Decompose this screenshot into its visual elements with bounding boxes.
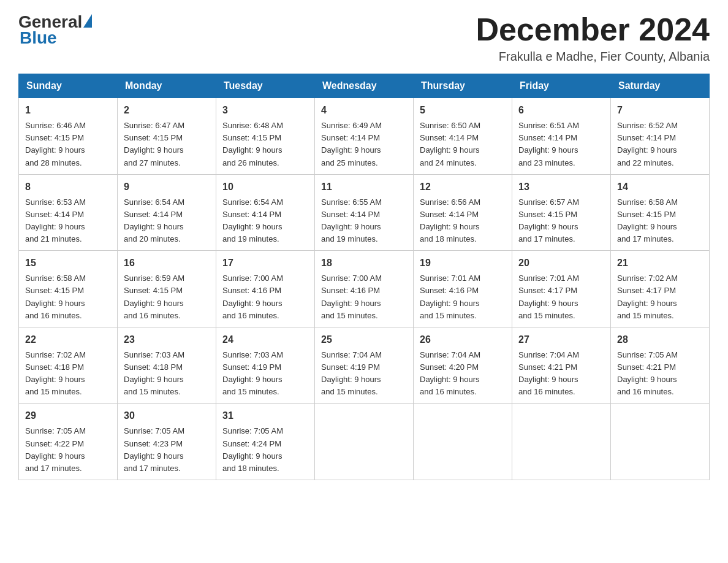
calendar-table: Sunday Monday Tuesday Wednesday Thursday…: [18, 74, 710, 480]
calendar-day-cell: 29 Sunrise: 7:05 AMSunset: 4:22 PMDaylig…: [19, 404, 118, 480]
day-info: Sunrise: 7:05 AMSunset: 4:23 PMDaylight:…: [124, 426, 184, 472]
day-info: Sunrise: 6:50 AMSunset: 4:14 PMDaylight:…: [420, 121, 480, 167]
calendar-day-cell: 7 Sunrise: 6:52 AMSunset: 4:14 PMDayligh…: [611, 98, 710, 175]
day-number: 14: [617, 180, 703, 194]
day-info: Sunrise: 7:05 AMSunset: 4:22 PMDaylight:…: [25, 426, 86, 472]
calendar-week-2: 8 Sunrise: 6:53 AMSunset: 4:14 PMDayligh…: [19, 174, 710, 251]
day-info: Sunrise: 6:54 AMSunset: 4:14 PMDaylight:…: [222, 197, 283, 243]
calendar-day-cell: 1 Sunrise: 6:46 AMSunset: 4:15 PMDayligh…: [19, 98, 118, 175]
col-sunday: Sunday: [19, 74, 118, 98]
col-wednesday: Wednesday: [315, 74, 414, 98]
day-number: 27: [518, 332, 604, 347]
day-info: Sunrise: 6:57 AMSunset: 4:15 PMDaylight:…: [518, 197, 579, 243]
calendar-day-cell: 20 Sunrise: 7:01 AMSunset: 4:17 PMDaylig…: [512, 251, 611, 327]
calendar-week-1: 1 Sunrise: 6:46 AMSunset: 4:15 PMDayligh…: [19, 98, 710, 175]
day-info: Sunrise: 7:00 AMSunset: 4:16 PMDaylight:…: [321, 274, 382, 320]
day-number: 17: [222, 256, 308, 270]
day-info: Sunrise: 6:51 AMSunset: 4:14 PMDaylight:…: [518, 121, 579, 167]
day-info: Sunrise: 6:54 AMSunset: 4:14 PMDaylight:…: [124, 197, 184, 243]
calendar-week-5: 29 Sunrise: 7:05 AMSunset: 4:22 PMDaylig…: [19, 404, 710, 480]
day-info: Sunrise: 7:05 AMSunset: 4:24 PMDaylight:…: [222, 426, 283, 472]
day-number: 29: [25, 408, 111, 423]
calendar-day-cell: 4 Sunrise: 6:49 AMSunset: 4:14 PMDayligh…: [315, 98, 414, 175]
calendar-day-cell: 3 Sunrise: 6:48 AMSunset: 4:15 PMDayligh…: [216, 98, 315, 175]
calendar-day-cell: 12 Sunrise: 6:56 AMSunset: 4:14 PMDaylig…: [414, 174, 512, 251]
day-number: 12: [420, 180, 506, 194]
calendar-day-cell: 19 Sunrise: 7:01 AMSunset: 4:16 PMDaylig…: [414, 251, 512, 327]
logo-triangle-icon: [83, 14, 92, 28]
calendar-day-cell: 15 Sunrise: 6:58 AMSunset: 4:15 PMDaylig…: [19, 251, 118, 327]
day-number: 5: [420, 103, 506, 118]
day-info: Sunrise: 7:04 AMSunset: 4:20 PMDaylight:…: [420, 350, 480, 396]
day-info: Sunrise: 6:53 AMSunset: 4:14 PMDaylight:…: [25, 197, 86, 243]
day-info: Sunrise: 7:04 AMSunset: 4:21 PMDaylight:…: [518, 350, 579, 396]
day-number: 25: [321, 332, 407, 347]
day-number: 26: [420, 332, 506, 347]
day-number: 24: [222, 332, 308, 347]
day-number: 6: [518, 103, 604, 118]
calendar-day-cell: [414, 404, 512, 480]
day-info: Sunrise: 6:46 AMSunset: 4:15 PMDaylight:…: [25, 121, 86, 167]
day-info: Sunrise: 6:58 AMSunset: 4:15 PMDaylight:…: [617, 197, 678, 243]
day-info: Sunrise: 6:58 AMSunset: 4:15 PMDaylight:…: [25, 274, 86, 320]
day-number: 3: [222, 103, 308, 118]
calendar-day-cell: [611, 404, 710, 480]
calendar-day-cell: 17 Sunrise: 7:00 AMSunset: 4:16 PMDaylig…: [216, 251, 315, 327]
day-info: Sunrise: 6:52 AMSunset: 4:14 PMDaylight:…: [617, 121, 678, 167]
day-info: Sunrise: 6:47 AMSunset: 4:15 PMDaylight:…: [124, 121, 184, 167]
calendar-day-cell: 27 Sunrise: 7:04 AMSunset: 4:21 PMDaylig…: [512, 327, 611, 404]
day-number: 1: [25, 103, 111, 118]
calendar-day-cell: 11 Sunrise: 6:55 AMSunset: 4:14 PMDaylig…: [315, 174, 414, 251]
calendar-day-cell: [315, 404, 414, 480]
location-title: Frakulla e Madhe, Fier County, Albania: [476, 50, 710, 64]
day-info: Sunrise: 6:55 AMSunset: 4:14 PMDaylight:…: [321, 197, 382, 243]
calendar-day-cell: 16 Sunrise: 6:59 AMSunset: 4:15 PMDaylig…: [118, 251, 216, 327]
day-info: Sunrise: 7:01 AMSunset: 4:17 PMDaylight:…: [518, 274, 579, 320]
calendar-day-cell: 6 Sunrise: 6:51 AMSunset: 4:14 PMDayligh…: [512, 98, 611, 175]
logo: General Blue: [18, 12, 92, 48]
col-friday: Friday: [512, 74, 611, 98]
calendar-day-cell: 31 Sunrise: 7:05 AMSunset: 4:24 PMDaylig…: [216, 404, 315, 480]
day-info: Sunrise: 7:02 AMSunset: 4:17 PMDaylight:…: [617, 274, 678, 320]
day-number: 30: [124, 408, 210, 423]
day-info: Sunrise: 7:03 AMSunset: 4:18 PMDaylight:…: [124, 350, 184, 396]
day-info: Sunrise: 7:03 AMSunset: 4:19 PMDaylight:…: [222, 350, 283, 396]
day-info: Sunrise: 6:56 AMSunset: 4:14 PMDaylight:…: [420, 197, 480, 243]
title-block: December 2024 Frakulla e Madhe, Fier Cou…: [476, 12, 710, 64]
calendar-day-cell: 23 Sunrise: 7:03 AMSunset: 4:18 PMDaylig…: [118, 327, 216, 404]
calendar-day-cell: 13 Sunrise: 6:57 AMSunset: 4:15 PMDaylig…: [512, 174, 611, 251]
day-number: 4: [321, 103, 407, 118]
day-info: Sunrise: 6:48 AMSunset: 4:15 PMDaylight:…: [222, 121, 283, 167]
calendar-day-cell: 22 Sunrise: 7:02 AMSunset: 4:18 PMDaylig…: [19, 327, 118, 404]
calendar-day-cell: 10 Sunrise: 6:54 AMSunset: 4:14 PMDaylig…: [216, 174, 315, 251]
calendar-day-cell: 24 Sunrise: 7:03 AMSunset: 4:19 PMDaylig…: [216, 327, 315, 404]
calendar-day-cell: 21 Sunrise: 7:02 AMSunset: 4:17 PMDaylig…: [611, 251, 710, 327]
day-info: Sunrise: 7:05 AMSunset: 4:21 PMDaylight:…: [617, 350, 678, 396]
col-monday: Monday: [118, 74, 216, 98]
month-title: December 2024: [476, 12, 710, 47]
calendar-day-cell: 14 Sunrise: 6:58 AMSunset: 4:15 PMDaylig…: [611, 174, 710, 251]
calendar-day-cell: 30 Sunrise: 7:05 AMSunset: 4:23 PMDaylig…: [118, 404, 216, 480]
day-number: 8: [25, 180, 111, 194]
day-number: 28: [617, 332, 703, 347]
calendar-day-cell: 18 Sunrise: 7:00 AMSunset: 4:16 PMDaylig…: [315, 251, 414, 327]
day-number: 13: [518, 180, 604, 194]
day-info: Sunrise: 7:04 AMSunset: 4:19 PMDaylight:…: [321, 350, 382, 396]
calendar-day-cell: 5 Sunrise: 6:50 AMSunset: 4:14 PMDayligh…: [414, 98, 512, 175]
day-info: Sunrise: 6:59 AMSunset: 4:15 PMDaylight:…: [124, 274, 184, 320]
calendar-day-cell: 28 Sunrise: 7:05 AMSunset: 4:21 PMDaylig…: [611, 327, 710, 404]
calendar-day-cell: 8 Sunrise: 6:53 AMSunset: 4:14 PMDayligh…: [19, 174, 118, 251]
day-number: 15: [25, 256, 111, 270]
day-info: Sunrise: 7:01 AMSunset: 4:16 PMDaylight:…: [420, 274, 480, 320]
day-number: 18: [321, 256, 407, 270]
logo-blue-text: Blue: [18, 28, 57, 48]
calendar-day-cell: 2 Sunrise: 6:47 AMSunset: 4:15 PMDayligh…: [118, 98, 216, 175]
col-thursday: Thursday: [414, 74, 512, 98]
day-number: 22: [25, 332, 111, 347]
day-number: 31: [222, 408, 308, 423]
day-number: 2: [124, 103, 210, 118]
day-number: 20: [518, 256, 604, 270]
calendar-day-cell: 26 Sunrise: 7:04 AMSunset: 4:20 PMDaylig…: [414, 327, 512, 404]
day-info: Sunrise: 6:49 AMSunset: 4:14 PMDaylight:…: [321, 121, 382, 167]
day-number: 16: [124, 256, 210, 270]
